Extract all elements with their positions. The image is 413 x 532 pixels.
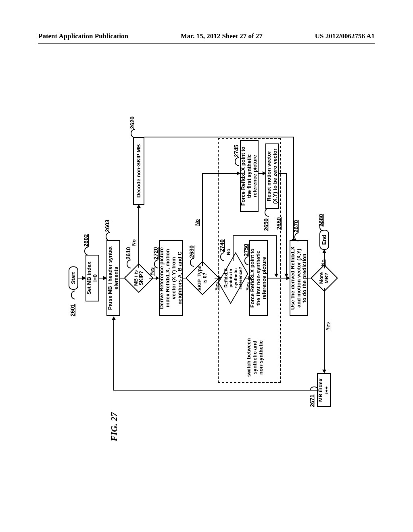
ref-2670: 2670 (293, 220, 299, 233)
arr-loop-right (113, 319, 114, 391)
node-points-q: RefIdxLX points to synthetic reference? (221, 261, 245, 295)
diagram-area: FIG. 27 Start 2601 Set MB index i=0 2602… (69, 81, 339, 451)
header-mid: Mar. 15, 2012 Sheet 27 of 27 (181, 32, 263, 40)
ref-2660: 2660 (275, 217, 282, 230)
arrh-more-yes (322, 370, 326, 373)
node-derive: Derive Reference picture index RefIdxLX,… (159, 240, 183, 316)
curl-2620 (131, 129, 135, 138)
arr-skip-no-h (138, 207, 139, 268)
curl-2603 (106, 232, 110, 241)
arrh-pts-no (274, 274, 278, 277)
ref-2720: 2720 (152, 247, 159, 260)
ref-2740: 2740 (219, 239, 225, 252)
node-decode-nonskip: Decode non-SKIP MB (133, 137, 144, 205)
lbl-st-no: No (194, 219, 200, 226)
label-skip-q: MB i is SKIP? (128, 268, 149, 289)
arrh-more-no (322, 249, 326, 253)
label-skip-type-q: SKIP_Type is 0? (190, 266, 215, 290)
node-reset-mv: Reset motion vector (X,Y) to be zero vec… (265, 143, 279, 209)
label-points-q: RefIdxLX points to synthetic reference? (221, 261, 245, 295)
node-force-syn: Force RefIdxLX point to the first synthe… (240, 140, 259, 212)
node-start: Start (69, 266, 78, 290)
node-skip-type-q: SKIP_Type is 0? (190, 266, 215, 290)
arrh-2740-2750 (248, 276, 252, 280)
arr-more-no (324, 252, 325, 268)
ref-2602: 2602 (83, 234, 89, 247)
arr-2750-2670 (268, 278, 287, 278)
curl-2602 (84, 247, 88, 256)
lbl-more-yes: Yes (325, 322, 331, 330)
node-mb-index: MB index i++ (317, 373, 331, 407)
header-rule (38, 43, 375, 44)
label-more-q: More MB? (315, 268, 334, 288)
arr-pts-no-h2 (276, 235, 277, 274)
ref-2601: 2601 (69, 304, 76, 316)
arr-st-no-h (202, 173, 203, 266)
curl-2610 (127, 260, 131, 268)
node-set-index: Set MB index i=0 (86, 255, 99, 301)
arr-more-yes-h (324, 288, 325, 370)
ref-2650: 2650 (263, 218, 269, 231)
arr-2620-down (144, 137, 294, 137)
arr-2650-left (286, 173, 287, 274)
ref-2630: 2630 (188, 245, 195, 258)
ref-2610: 2610 (125, 247, 131, 260)
node-use-pred: Use the derived RefIdxLX and motion vect… (290, 240, 308, 316)
lbl-skip-yes: Yes (149, 267, 155, 276)
curl-2630 (190, 258, 194, 267)
curl-2680 (319, 222, 323, 231)
arrh-skip-no (137, 204, 141, 208)
node-parse: Parse MB i header syntax elements (106, 240, 120, 316)
anno-switch: switch between synthetic and non-synthet… (246, 335, 264, 380)
arr-loop-up (114, 390, 317, 391)
figure-label: FIG. 27 (109, 412, 119, 441)
arrh-loop (112, 316, 116, 320)
arr-pts-no-v (233, 235, 276, 236)
node-end: End (319, 230, 329, 250)
lbl-more-no: No (321, 260, 326, 266)
node-more-q: More MB? (315, 268, 334, 288)
ref-2745: 2745 (233, 145, 240, 157)
header-left: Patent Application Publication (38, 32, 128, 40)
ref-2671: 2671 (309, 395, 315, 407)
curl-2601 (71, 291, 75, 299)
ref-2620: 2620 (129, 116, 136, 129)
ref-2603: 2603 (104, 220, 111, 232)
arr-2650-down (279, 173, 286, 174)
ref-2750: 2750 (243, 244, 249, 256)
node-skip-q: MB i is SKIP? (128, 268, 149, 289)
header-right: US 2012/0062756 A1 (315, 32, 375, 40)
lbl-pts-no: No (226, 249, 232, 255)
arr-pts-no-h (233, 236, 234, 261)
lbl-skip-no: No (131, 239, 137, 246)
